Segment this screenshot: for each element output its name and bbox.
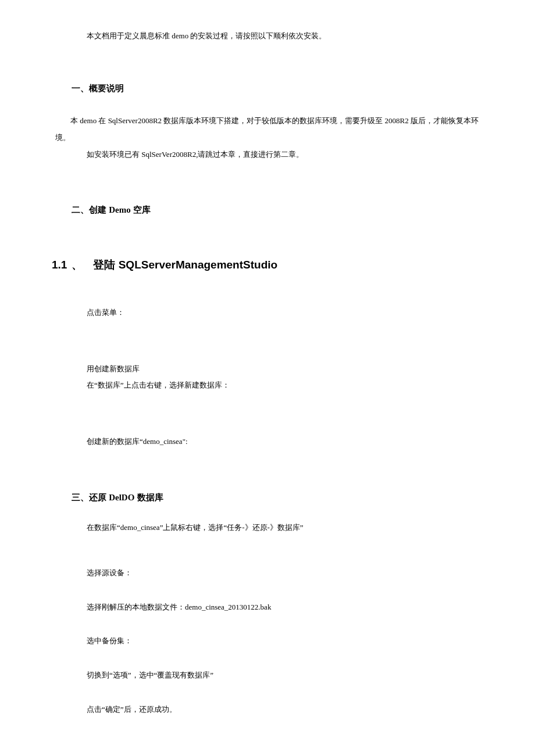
- intro-paragraph: 本文档用于定义晨息标准 demo 的安装过程，请按照以下顺利依次安装。: [72, 29, 480, 42]
- section3-heading-bold: DelDO: [109, 493, 134, 502]
- subheading-text: 登陆 SQLServerManagementStudio: [93, 259, 277, 271]
- section1-p2: 如安装环境已有 SqlSerVer2008R2,请跳过本章，直接进行第二章。: [72, 146, 480, 163]
- section2-step2-block: 用创建新数据库 在“数据库”上点击右键，选择新建数据库：: [55, 361, 480, 394]
- section1-heading: 一、概要说明: [72, 83, 480, 94]
- section2-heading-suffix: 空库: [131, 205, 151, 214]
- section2-step2a: 用创建新数据库: [72, 361, 480, 378]
- section2-step2b: 在“数据库”上点击右键，选择新建数据库：: [72, 377, 480, 394]
- section3-heading-prefix: 三、还原: [72, 492, 109, 502]
- section2-heading-bold: Demo: [109, 205, 131, 214]
- section2-subheading: 1.1、登陆 SQLServerManagementStudio: [52, 257, 480, 273]
- section3-step5: 切换到“选项”，选中“覆盖现有数据库”: [72, 667, 480, 684]
- section3-step6: 点击“确定”后，还原成功。: [72, 701, 480, 718]
- section1-body: 本 demo 在 SqlServer2008R2 数据库版本环境下搭建，对于较低…: [55, 113, 480, 163]
- section3-step3: 选择刚解压的本地数据文件：demo_cinsea_20130122.bak: [72, 599, 480, 616]
- section2-step3: 创建新的数据库“demo_cinsea":: [72, 433, 480, 450]
- section3-step4: 选中备份集：: [72, 633, 480, 650]
- subheading-dot: 、: [72, 259, 83, 271]
- section2-heading: 二、创建 Demo 空库: [72, 205, 480, 216]
- section3-heading: 三、还原 DelDO 数据库: [72, 492, 480, 503]
- section2-heading-prefix: 二、创建: [72, 205, 109, 214]
- section1-p1: 本 demo 在 SqlServer2008R2 数据库版本环境下搭建，对于较低…: [55, 113, 480, 146]
- section3-step2: 选择源设备：: [72, 565, 480, 582]
- subheading-number: 1.1: [52, 259, 67, 271]
- section3-step1: 在数据库“demo_cinsea”上鼠标右键，选择“任务-》还原-》数据库”: [72, 519, 480, 536]
- section3-heading-suffix: 数据库: [134, 492, 163, 502]
- section2-step1: 点击菜单：: [72, 304, 480, 321]
